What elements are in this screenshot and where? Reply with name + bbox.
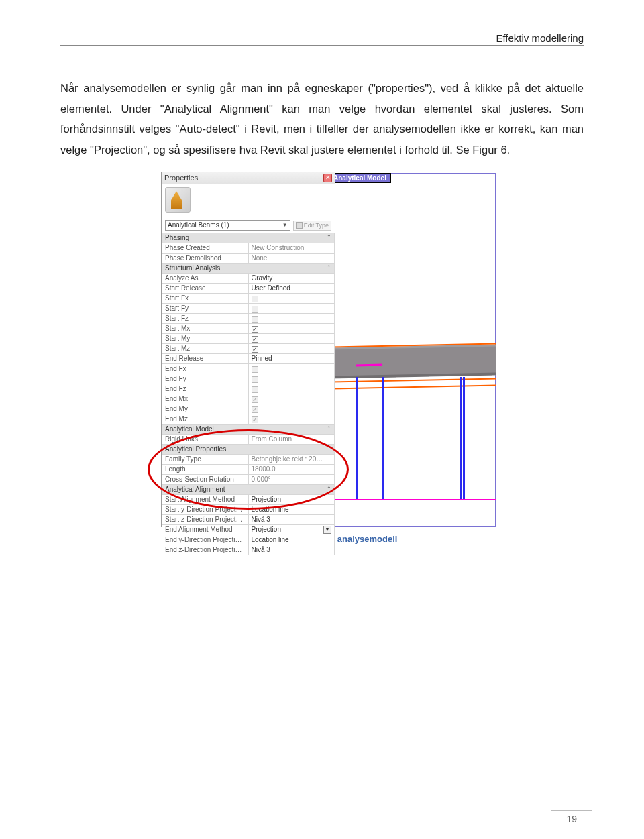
property-row: Analyze AsGravity	[162, 274, 335, 284]
property-row: Family TypeBetongbjelke rekt : 20…	[162, 455, 335, 465]
property-label: End Release	[162, 354, 249, 364]
property-label: Start y-Direction Project…	[162, 505, 249, 515]
property-value[interactable]: Projection▼	[248, 525, 335, 535]
property-label: Start My	[162, 334, 249, 344]
property-value[interactable]: Projection	[248, 495, 335, 505]
property-value[interactable]	[248, 294, 335, 304]
property-value[interactable]: 18000.0	[248, 465, 335, 475]
section-header[interactable]: Analytical Model⌃	[162, 425, 335, 435]
property-row: End Fy	[162, 374, 335, 384]
property-label: Start Mx	[162, 324, 249, 334]
property-row: Start Fz	[162, 314, 335, 324]
property-row: Start Fy	[162, 304, 335, 314]
property-row: End ReleasePinned	[162, 354, 335, 364]
checkbox-icon[interactable]	[252, 316, 258, 323]
property-value[interactable]	[248, 364, 335, 374]
section-header[interactable]: Analytical Properties⌃	[162, 445, 335, 455]
property-row: End Fz	[162, 384, 335, 394]
palette-header: Properties ✕	[162, 172, 335, 184]
property-row: Start z-Direction Project…Nivå 3	[162, 515, 335, 525]
chevron-down-icon[interactable]: ▼	[323, 526, 331, 534]
property-value[interactable]: New Construction	[248, 243, 335, 254]
checkbox-icon[interactable]	[252, 366, 258, 373]
property-row: Phase CreatedNew Construction	[162, 243, 335, 254]
checkbox-icon[interactable]	[252, 296, 258, 302]
close-icon[interactable]: ✕	[323, 174, 332, 182]
checkbox-icon[interactable]	[252, 416, 258, 423]
property-label: Start Fy	[162, 304, 249, 314]
property-value[interactable]: Gravity	[248, 274, 335, 284]
property-value[interactable]	[248, 414, 335, 425]
property-value[interactable]	[248, 404, 335, 414]
property-label: Phase Demolished	[162, 254, 249, 264]
property-value[interactable]: Betongbjelke rekt : 20…	[248, 455, 335, 465]
column-line	[356, 377, 358, 500]
property-value[interactable]	[248, 384, 335, 394]
property-value[interactable]	[248, 394, 335, 404]
property-label: End y-Direction Projecti…	[162, 535, 249, 545]
property-label: Start Mz	[162, 344, 249, 354]
property-label: End My	[162, 404, 249, 414]
level-line	[329, 499, 496, 500]
property-value[interactable]	[248, 314, 335, 324]
property-row: End Fx	[162, 364, 335, 374]
checkbox-icon[interactable]	[252, 306, 258, 313]
section-header[interactable]: Phasing⌃	[162, 233, 335, 243]
property-row: End y-Direction Projecti…Location line	[162, 535, 335, 545]
property-value[interactable]: Nivå 3	[248, 545, 335, 555]
property-value[interactable]: None	[248, 254, 335, 264]
property-row: Length18000.0	[162, 465, 335, 475]
property-row: Rigid LinksFrom Column	[162, 435, 335, 445]
type-selector[interactable]: Analytical Beams (1) ▼	[165, 220, 290, 231]
checkbox-icon[interactable]	[252, 386, 258, 393]
checkbox-icon[interactable]	[252, 346, 258, 353]
property-value[interactable]: Location line	[248, 505, 335, 515]
property-value[interactable]	[248, 324, 335, 334]
property-value[interactable]	[248, 374, 335, 384]
property-label: Start z-Direction Project…	[162, 515, 249, 525]
checkbox-icon[interactable]	[252, 396, 258, 403]
page-number: 19	[551, 810, 592, 824]
checkbox-icon[interactable]	[252, 326, 258, 333]
property-label: Rigid Links	[162, 435, 249, 445]
type-thumbnail-row	[162, 184, 335, 218]
property-label: Start Fz	[162, 314, 249, 324]
property-value[interactable]: 0.000°	[248, 475, 335, 485]
property-row: Start Mx	[162, 324, 335, 334]
property-value[interactable]: Pinned	[248, 354, 335, 364]
property-row: End Mx	[162, 394, 335, 404]
edit-type-button[interactable]: Edit Type	[293, 221, 331, 231]
property-value[interactable]: Nivå 3	[248, 515, 335, 525]
section-header[interactable]: Analytical Alignment⌃	[162, 485, 335, 495]
property-row: Start y-Direction Project…Location line	[162, 505, 335, 515]
beam-3d	[329, 344, 496, 378]
property-label: Start Fx	[162, 294, 249, 304]
checkbox-icon[interactable]	[252, 406, 258, 413]
property-value[interactable]: User Defined	[248, 284, 335, 294]
property-value[interactable]: Location line	[248, 535, 335, 545]
property-row: Start ReleaseUser Defined	[162, 284, 335, 294]
property-label: Analyze As	[162, 274, 249, 284]
property-label: Phase Created	[162, 243, 249, 254]
property-row: Start Fx	[162, 294, 335, 304]
section-header[interactable]: Structural Analysis⌃	[162, 264, 335, 274]
property-label: End Mz	[162, 414, 249, 425]
property-value[interactable]	[248, 344, 335, 354]
property-label: End Fz	[162, 384, 249, 394]
property-row: End My	[162, 404, 335, 414]
property-row: End Alignment MethodProjection▼	[162, 525, 335, 535]
property-value[interactable]	[248, 304, 335, 314]
checkbox-icon[interactable]	[252, 376, 258, 383]
property-value[interactable]	[248, 334, 335, 344]
property-label: Cross-Section Rotation	[162, 475, 249, 485]
property-value[interactable]: From Column	[248, 435, 335, 445]
type-thumbnail-icon	[165, 187, 191, 213]
property-label: Family Type	[162, 455, 249, 465]
property-row: End Mz	[162, 414, 335, 425]
properties-table: Phasing⌃Phase CreatedNew ConstructionPha…	[162, 233, 335, 555]
property-row: Start Alignment MethodProjection	[162, 495, 335, 505]
checkbox-icon[interactable]	[252, 336, 258, 343]
property-row: Start My	[162, 334, 335, 344]
chevron-down-icon: ▼	[282, 222, 288, 229]
header-rule	[60, 45, 584, 46]
